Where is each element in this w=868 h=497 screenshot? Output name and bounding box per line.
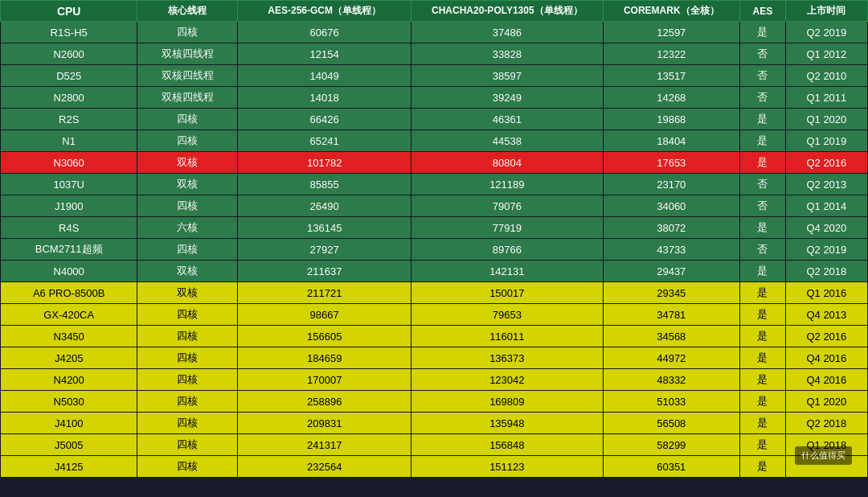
table-row: 1037U双核8585512118923170否Q2 2013 [1,174,868,195]
table-cell: 48332 [603,369,739,391]
table-cell: 四核 [137,347,238,369]
header-cpu: CPU [1,1,137,22]
table-cell: 双核 [137,152,238,174]
table-cell: 双核四线程 [137,43,238,65]
table-cell: 四核 [137,304,238,326]
table-cell: Q4 2016 [785,347,867,369]
table-cell: 23170 [603,174,739,195]
header-cores: 核心线程 [137,1,238,22]
table-cell: 12597 [603,22,739,43]
table-cell: 是 [739,347,785,369]
table-cell: 77919 [411,217,604,239]
table-cell: 1037U [1,174,137,195]
table-row: N3450四核15660511601134568是Q2 2016 [1,326,868,347]
table-cell: 四核 [137,369,238,391]
table-cell: 否 [739,239,785,261]
table-cell: 双核 [137,174,238,195]
table-cell: 258896 [238,391,411,413]
table-cell: R1S-H5 [1,22,137,43]
table-cell: 44538 [411,130,604,152]
table-cell: 184659 [238,347,411,369]
table-cell: 是 [739,413,785,434]
table-cell: 211721 [238,282,411,304]
table-cell: 四核 [137,239,238,261]
table-cell: 65241 [238,130,411,152]
table-cell: 34568 [603,326,739,347]
header-coremark: COREMARK（全核） [603,1,739,22]
table-cell: 85855 [238,174,411,195]
table-row: A6 PRO-8500B双核21172115001729345是Q1 2016 [1,282,868,304]
table-cell: 156848 [411,434,604,456]
table-cell: 116011 [411,326,604,347]
table-cell: 四核 [137,413,238,434]
table-cell: Q1 2012 [785,43,867,65]
table-cell: Q2 2019 [785,22,867,43]
table-cell: 79653 [411,304,604,326]
table-cell: 双核四线程 [137,65,238,87]
table-cell: 142131 [411,261,604,282]
table-cell: 是 [739,282,785,304]
table-cell: Q2 2016 [785,152,867,174]
table-cell: 26490 [238,195,411,217]
table-cell: J4100 [1,413,137,434]
table-cell: 232564 [238,456,411,478]
table-cell: 27927 [238,239,411,261]
table-cell: 58299 [603,434,739,456]
header-chacha: CHACHA20-POLY1305（单线程） [411,1,604,22]
table-cell: 12322 [603,43,739,65]
table-cell: 14049 [238,65,411,87]
table-cell: 241317 [238,434,411,456]
table-cell: J4205 [1,347,137,369]
table-cell: 14268 [603,87,739,109]
table-row: N2600双核四线程121543382812322否Q1 2012 [1,43,868,65]
table-cell: 否 [739,65,785,87]
table-cell: Q1 2019 [785,130,867,152]
table-cell: 156605 [238,326,411,347]
table-cell: 是 [739,261,785,282]
table-cell: 双核四线程 [137,87,238,109]
table-cell: N2800 [1,87,137,109]
table-cell: 双核 [137,282,238,304]
table-cell: 123042 [411,369,604,391]
table-cell: 44972 [603,347,739,369]
table-row: J1900四核264907907634060否Q1 2014 [1,195,868,217]
table-cell: R2S [1,109,137,130]
table-cell: 38072 [603,217,739,239]
table-cell: N5030 [1,391,137,413]
table-cell: 101782 [238,152,411,174]
table-cell: 211637 [238,261,411,282]
table-row: R4S六核1361457791938072是Q4 2020 [1,217,868,239]
table-cell: A6 PRO-8500B [1,282,137,304]
table-cell: 51033 [603,391,739,413]
table-cell: Q1 2014 [785,195,867,217]
watermark-badge: 什么值得买 [795,446,852,465]
table-cell: 是 [739,391,785,413]
header-date: 上市时间 [785,1,867,22]
table-cell: Q2 2018 [785,261,867,282]
table-cell: 14018 [238,87,411,109]
table-cell: J4125 [1,456,137,478]
table-cell: 是 [739,152,785,174]
table-cell: 17653 [603,152,739,174]
table-cell: 否 [739,87,785,109]
table-cell: 80804 [411,152,604,174]
table-cell: Q2 2016 [785,326,867,347]
table-cell: 否 [739,195,785,217]
table-cell: 135948 [411,413,604,434]
table-cell: Q4 2016 [785,369,867,391]
main-table-container: CPU 核心线程 AES-256-GCM（单线程） CHACHA20-POLY1… [0,0,868,478]
table-cell: 43733 [603,239,739,261]
table-cell: J1900 [1,195,137,217]
table-cell: 是 [739,326,785,347]
table-row: N5030四核25889616980951033是Q1 2020 [1,391,868,413]
table-cell: 四核 [137,434,238,456]
table-cell: 12154 [238,43,411,65]
table-row: J4205四核18465913637344972是Q4 2016 [1,347,868,369]
table-cell: 151123 [411,456,604,478]
table-row: D525双核四线程140493859713517否Q2 2010 [1,65,868,87]
table-cell: BCM2711超频 [1,239,137,261]
table-cell: Q1 2020 [785,109,867,130]
table-cell: Q2 2013 [785,174,867,195]
table-cell: 66426 [238,109,411,130]
table-cell: 四核 [137,22,238,43]
